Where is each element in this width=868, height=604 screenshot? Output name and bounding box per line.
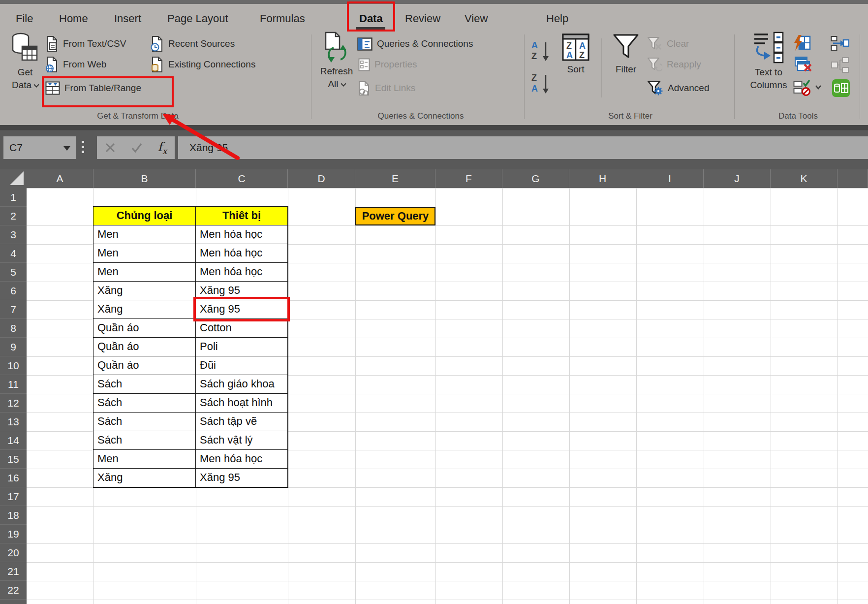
column-header-I[interactable]: I [636,169,704,188]
cell[interactable]: Sách giáo khoa [196,375,288,394]
cell[interactable]: Xăng 95 [196,300,288,319]
cell[interactable]: Sách [93,413,196,431]
column-header-B[interactable]: B [93,169,196,188]
column-header-A[interactable]: A [27,169,93,188]
cell[interactable]: Sách hoạt hình [196,394,288,413]
cell[interactable]: Quần áo [93,338,196,356]
gridline [27,581,868,581]
gridline [27,562,868,563]
cell[interactable]: Men hóa học [196,225,288,244]
cell[interactable]: Sách tập vẽ [196,413,288,431]
cell[interactable]: Sách [93,431,196,450]
column-header-F[interactable]: F [435,169,502,188]
row-header-11[interactable]: 11 [0,375,27,394]
gridline [636,188,637,604]
cell[interactable]: Sách [93,394,196,413]
row-header-19[interactable]: 19 [0,525,27,543]
gridline [355,188,356,604]
cell[interactable]: Men [93,450,196,469]
gridline [27,487,868,488]
row-header-8[interactable]: 8 [0,319,27,338]
row-header-2[interactable]: 2 [0,207,27,225]
table-header-cell[interactable]: Thiêt bị [196,207,288,225]
row-header-3[interactable]: 3 [0,225,27,244]
row-header-20[interactable]: 20 [0,543,27,562]
select-all-triangle-icon [10,171,24,185]
cell[interactable]: Men hóa học [196,244,288,263]
row-header-17[interactable]: 17 [0,487,27,506]
row-header-5[interactable]: 5 [0,263,27,282]
row-header-15[interactable]: 15 [0,450,27,469]
cell[interactable]: Xăng [93,469,196,487]
cell[interactable]: Xăng [93,282,196,300]
column-header-H[interactable]: H [569,169,636,188]
cell[interactable]: Quần áo [93,319,196,338]
column-header-G[interactable]: G [502,169,569,188]
row-header-9[interactable]: 9 [0,338,27,356]
cell[interactable]: Men hóa học [196,263,288,282]
row-header-18[interactable]: 18 [0,506,27,525]
gridline [435,188,436,604]
gridline [704,188,704,604]
row-header-13[interactable]: 13 [0,413,27,431]
row-header-16[interactable]: 16 [0,469,27,487]
cell[interactable]: Men [93,263,196,282]
row-header-4[interactable]: 4 [0,244,27,263]
gridline [837,188,838,604]
row-header-21[interactable]: 21 [0,562,27,581]
cell[interactable]: Sách [93,375,196,394]
gridline [27,525,868,525]
cell[interactable]: Xăng [93,300,196,319]
column-header-E[interactable]: E [355,169,435,188]
gridline [771,188,771,604]
gridline [569,188,570,604]
cell[interactable]: Men hóa học [196,450,288,469]
cell[interactable]: Đũi [196,356,288,375]
row-header-6[interactable]: 6 [0,282,27,300]
gridline [27,506,868,507]
excel-window: File Home Insert Page Layout Formulas Da… [0,0,868,604]
column-header-partial[interactable] [837,169,868,188]
column-header-J[interactable]: J [704,169,771,188]
row-header-23[interactable]: 23 [0,600,27,604]
gridline [27,188,868,189]
row-header-14[interactable]: 14 [0,431,27,450]
gridline [27,600,868,600]
table-header-cell[interactable]: Chủng loại [93,207,196,225]
spreadsheet-grid: ABCDEFGHIJK12345678910111213141516171819… [0,0,868,604]
cell[interactable]: Men [93,244,196,263]
cell[interactable]: Men [93,225,196,244]
row-header-22[interactable]: 22 [0,581,27,600]
column-header-K[interactable]: K [771,169,837,188]
gridline [288,188,288,604]
cell[interactable]: Xăng 95 [196,469,288,487]
cell[interactable]: Cotton [196,319,288,338]
power-query-cell[interactable]: Power Query [355,207,435,225]
gridline [502,188,503,604]
gridline [27,543,868,544]
row-header-12[interactable]: 12 [0,394,27,413]
cell[interactable]: Xăng 95 [196,282,288,300]
row-header-1[interactable]: 1 [0,188,27,207]
cell[interactable]: Quần áo [93,356,196,375]
row-header-7[interactable]: 7 [0,300,27,319]
row-header-10[interactable]: 10 [0,356,27,375]
cell[interactable]: Sách vật lý [196,431,288,450]
cell[interactable]: Poli [196,338,288,356]
column-header-C[interactable]: C [196,169,288,188]
column-header-D[interactable]: D [288,169,355,188]
